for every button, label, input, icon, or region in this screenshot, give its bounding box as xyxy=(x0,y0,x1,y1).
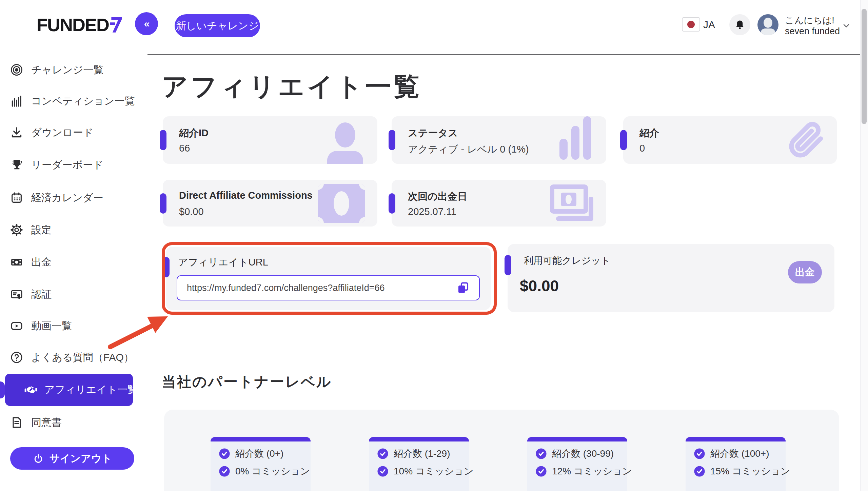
sidebar-item-withdrawals[interactable]: 出金 xyxy=(9,254,52,270)
sidebar-item-agreement[interactable]: 同意書 xyxy=(9,415,62,430)
signout-button[interactable]: サインアウト xyxy=(10,447,134,470)
sidebar-collapse-button[interactable]: « xyxy=(135,12,158,35)
card-accent-tab xyxy=(389,193,395,214)
sidebar-item-economic-calendar[interactable]: 経済カレンダー xyxy=(9,190,103,205)
trophy-icon xyxy=(9,158,24,172)
power-icon xyxy=(33,453,44,464)
card-accent-tab xyxy=(160,193,166,214)
stat-card-status: ステータス アクティブ - レベル 0 (1%) xyxy=(392,116,606,164)
level-referrals-text: 紹介数 (100+) xyxy=(710,447,769,460)
stat-label: Direct Affiliate Commissions xyxy=(179,190,313,201)
sidebar-item-label: コンペティション一覧 xyxy=(31,94,135,108)
highlight-annotation-box xyxy=(162,242,497,315)
sidebar-item-label: 経済カレンダー xyxy=(31,191,103,205)
stat-card-commissions: Direct Affiliate Commissions $0.00 xyxy=(163,180,377,227)
level-commission-row: 10% コミッション xyxy=(377,465,474,478)
banknote-icon xyxy=(9,255,24,269)
stat-label: 紹介ID xyxy=(179,126,209,140)
user-greeting-block: こんにちは! seven funded xyxy=(785,15,840,37)
level-referrals-text: 紹介数 (0+) xyxy=(235,447,283,460)
level-referrals-row: 紹介数 (1-29) xyxy=(377,447,450,460)
level-card-topbar xyxy=(527,437,627,441)
scrollbar-thumb[interactable] xyxy=(862,9,867,124)
card-accent-tab xyxy=(505,255,511,275)
page-title: アフィリエイト一覧 xyxy=(162,70,422,104)
sidebar-item-label: 同意書 xyxy=(31,416,62,430)
level-commission-row: 12% コミッション xyxy=(535,465,632,478)
available-credit-value: $0.00 xyxy=(520,277,559,295)
level-card-topbar xyxy=(211,437,311,441)
check-circle-icon xyxy=(535,448,547,459)
language-code: JA xyxy=(703,19,715,31)
sidebar-item-verification[interactable]: 認証 xyxy=(9,287,52,302)
stat-value: アクティブ - レベル 0 (1%) xyxy=(408,143,529,156)
available-credit-label: 利用可能クレジット xyxy=(524,254,610,267)
stat-label: ステータス xyxy=(408,126,458,140)
partner-level-card: 紹介数 (30-99) 12% コミッション xyxy=(527,437,627,491)
partner-level-card: 紹介数 (100+) 15% コミッション xyxy=(686,437,786,491)
sidebar-item-challenges[interactable]: チャレンジ一覧 xyxy=(9,62,104,78)
sidebar-item-label: リーダーボード xyxy=(31,158,103,172)
sidebar-item-label: 出金 xyxy=(31,255,52,269)
available-credit-card: 利用可能クレジット $0.00 出金 xyxy=(508,244,834,312)
card-accent-tab xyxy=(389,130,395,150)
sidebar-item-label: ダウンロード xyxy=(31,126,94,140)
stat-value: 66 xyxy=(179,143,190,154)
level-commission-row: 0% コミッション xyxy=(219,465,310,478)
banknote-icon xyxy=(318,184,365,223)
level-card-topbar xyxy=(686,437,786,441)
partner-levels-panel: 紹介数 (0+) 0% コミッション 紹介数 (1-29) 10% コミッション xyxy=(164,410,839,491)
sidebar-item-settings[interactable]: 設定 xyxy=(9,222,52,238)
new-challenge-label: 新しいチャレンジ xyxy=(176,19,259,33)
japan-flag-icon xyxy=(687,21,695,28)
sidebar-item-videos[interactable]: 動画一覧 xyxy=(9,318,72,334)
check-circle-icon xyxy=(694,466,705,477)
stat-card-next-payout: 次回の出金日 2025.07.11 xyxy=(392,180,606,227)
stat-value: 0 xyxy=(639,143,645,154)
annotation-arrow xyxy=(102,305,176,355)
stat-label: 紹介 xyxy=(639,126,659,140)
level-referrals-row: 紹介数 (30-99) xyxy=(535,447,614,460)
new-challenge-button[interactable]: 新しいチャレンジ xyxy=(175,14,260,37)
bar-chart-icon xyxy=(559,116,591,160)
sidebar-item-competitions[interactable]: コンペティション一覧 xyxy=(9,93,135,109)
level-commission-text: 0% コミッション xyxy=(235,465,310,478)
user-avatar[interactable] xyxy=(757,14,778,35)
level-card-topbar xyxy=(369,437,469,441)
sidebar-item-affiliates-active[interactable]: アフィリエイト一覧 xyxy=(5,374,133,406)
certificate-icon xyxy=(9,287,24,301)
paperclip-icon xyxy=(785,119,827,161)
chevron-down-icon[interactable] xyxy=(842,21,851,31)
signout-label: サインアウト xyxy=(50,452,112,466)
language-flag-button[interactable] xyxy=(682,17,700,32)
person-icon xyxy=(327,122,364,164)
funded7-logo: FUNDED xyxy=(37,14,122,35)
partner-levels-title: 当社のパートナーレベル xyxy=(162,372,332,391)
scrollbar-track[interactable] xyxy=(860,0,868,491)
avatar-body-shape xyxy=(761,28,775,35)
level-commission-text: 15% コミッション xyxy=(710,465,790,478)
sidebar-item-label: 設定 xyxy=(31,223,52,237)
active-page-indicator xyxy=(0,381,5,398)
sidebar-item-leaderboard[interactable]: リーダーボード xyxy=(9,157,103,173)
sidebar: FUNDED チャレンジ一覧 コンペティション一覧 ダウンロード xyxy=(0,0,147,491)
affiliate-dashboard-page: FUNDED チャレンジ一覧 コンペティション一覧 ダウンロード xyxy=(0,0,868,491)
check-circle-icon xyxy=(377,466,389,477)
gear-icon xyxy=(9,223,24,237)
level-referrals-row: 紹介数 (0+) xyxy=(219,447,283,460)
level-commission-text: 12% コミッション xyxy=(552,465,632,478)
greeting-text: こんにちは! xyxy=(785,15,840,26)
check-circle-icon xyxy=(694,448,705,459)
stat-value: $0.00 xyxy=(179,206,204,217)
logo-text: FUNDED xyxy=(37,14,109,35)
sidebar-item-downloads[interactable]: ダウンロード xyxy=(9,125,94,140)
withdraw-button[interactable]: 出金 xyxy=(788,261,822,283)
collapse-chevrons-icon: « xyxy=(144,18,149,30)
download-icon xyxy=(9,125,24,140)
handshake-icon xyxy=(24,383,38,397)
video-icon xyxy=(9,319,24,333)
card-accent-tab xyxy=(620,130,627,150)
check-circle-icon xyxy=(219,466,230,477)
level-referrals-row: 紹介数 (100+) xyxy=(694,447,769,460)
notifications-button[interactable] xyxy=(729,14,750,35)
